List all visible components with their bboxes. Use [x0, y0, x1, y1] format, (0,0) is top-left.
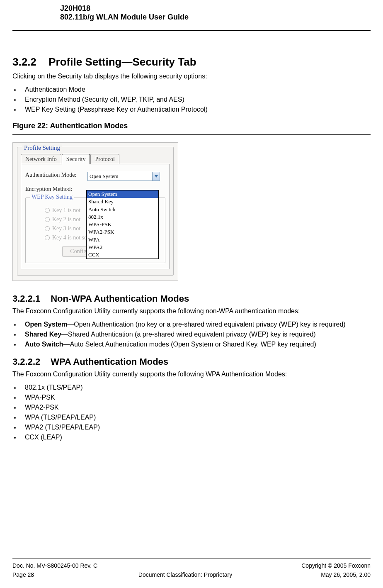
bullet-icon — [14, 99, 16, 101]
section-heading-3221: 3.2.2.1 Non-WPA Authentication Modes — [12, 293, 371, 304]
list-item: Auto Switch—Auto Select Authentication m… — [12, 341, 371, 348]
bullet-icon — [14, 417, 16, 419]
screenshot-profile-setting: Profile Setting Network Info Security Pr… — [12, 142, 178, 281]
list-item: Shared Key—Shared Authentication (a pre-… — [12, 331, 371, 338]
listbox-item-wpa[interactable]: WPA — [87, 236, 158, 244]
bullet-icon — [14, 89, 16, 91]
bullet-icon — [14, 407, 16, 409]
list-item: Open System—Open Authentication (no key … — [12, 321, 371, 328]
tab-row: Network Info Security Protocol — [21, 154, 170, 164]
list-item: WEP Key Setting (Passphrase Key or Authe… — [12, 106, 371, 113]
listbox-item-wpa2[interactable]: WPA2 — [87, 244, 158, 251]
listbox-auth-mode[interactable]: Open System Shared Key Auto Switch 802.1… — [86, 190, 159, 259]
fieldset-profile-setting: Profile Setting Network Info Security Pr… — [17, 147, 174, 276]
combo-auth-mode[interactable]: Open System — [87, 172, 160, 181]
label-auth-mode: Authentication Mode: — [25, 172, 87, 178]
list-item: Encryption Method (Security off, WEP, TK… — [12, 96, 371, 103]
bullet-list-security-options: Authentication Mode Encryption Method (S… — [12, 86, 371, 113]
section-intro: The Foxconn Configuration Utility curren… — [12, 307, 371, 315]
bullet-icon — [14, 344, 16, 346]
combo-value: Open System — [90, 173, 119, 180]
footer-date: May 26, 2005, 2.00 — [296, 571, 371, 578]
radio-icon — [45, 217, 50, 222]
document-body: 3.2.2 Profile Setting—Security Tab Click… — [12, 31, 371, 559]
bullet-list-wpa: 802.1x (TLS/PEAP) WPA-PSK WPA2-PSK WPA (… — [12, 384, 371, 441]
tab-panel-security: Authentication Mode: Open System Encrypt… — [21, 164, 170, 269]
chevron-down-icon[interactable] — [152, 172, 160, 181]
bullet-icon — [14, 324, 16, 326]
footer-doc-no: Doc. No. MV-S800245-00 Rev. C — [12, 562, 97, 569]
list-item: CCX (LEAP) — [12, 434, 371, 441]
listbox-item-shared-key[interactable]: Shared Key — [87, 198, 158, 205]
bullet-list-nonwpa: Open System—Open Authentication (no key … — [12, 321, 371, 348]
section-intro: The Foxconn Configuration Utility curren… — [12, 371, 371, 378]
bullet-icon — [14, 427, 16, 429]
header-title: 802.11b/g WLAN Module User Guide — [60, 13, 371, 22]
figure-caption: Figure 22: Authentication Modes — [12, 122, 371, 130]
wep-legend: WEP Key Setting — [30, 194, 74, 200]
section-title: Non-WPA Authentication Modes — [51, 293, 189, 304]
bullet-icon — [14, 397, 16, 399]
radio-icon — [45, 235, 50, 240]
list-item: WPA2 (TLS/PEAP/LEAP) — [12, 424, 371, 431]
radio-icon — [45, 208, 50, 213]
list-item: 802.1x (TLS/PEAP) — [12, 384, 371, 391]
document-footer: Doc. No. MV-S800245-00 Rev. C Copyright … — [12, 559, 371, 588]
footer-page: Page 28 — [12, 571, 75, 578]
footer-classification: Document Classification: Proprietary — [75, 571, 296, 578]
list-item: WPA-PSK — [12, 394, 371, 401]
bullet-icon — [14, 109, 16, 111]
tab-security[interactable]: Security — [62, 154, 90, 164]
listbox-item-open-system[interactable]: Open System — [87, 190, 158, 198]
section-number: 3.2.2.1 — [12, 293, 48, 304]
section-heading-3222: 3.2.2.2 WPA Authentication Modes — [12, 356, 371, 367]
section-title: Profile Setting—Security Tab — [48, 56, 196, 68]
listbox-item-wpa-psk[interactable]: WPA-PSK — [87, 221, 158, 228]
section-heading-322: 3.2.2 Profile Setting—Security Tab — [12, 56, 371, 68]
listbox-item-wpa2-psk[interactable]: WPA2-PSK — [87, 228, 158, 236]
section-intro: Clicking on the Security tab displays th… — [12, 73, 371, 80]
form-row-auth-mode: Authentication Mode: Open System — [25, 172, 165, 181]
bullet-icon — [14, 387, 16, 389]
section-title: WPA Authentication Modes — [51, 356, 168, 367]
section-number: 3.2.2 — [12, 56, 46, 68]
footer-copyright: Copyright © 2005 Foxconn — [301, 562, 371, 569]
header-model: J20H018 — [60, 4, 371, 13]
listbox-item-8021x[interactable]: 802.1x — [87, 213, 158, 221]
tab-network-info[interactable]: Network Info — [21, 154, 61, 164]
bullet-icon — [14, 334, 16, 336]
figure-rule — [12, 134, 371, 135]
bullet-icon — [14, 437, 16, 439]
radio-icon — [45, 226, 50, 231]
document-header: J20H018 802.11b/g WLAN Module User Guide — [12, 0, 371, 31]
listbox-item-ccx[interactable]: CCX — [87, 251, 158, 259]
list-item: WPA2-PSK — [12, 404, 371, 411]
tab-protocol[interactable]: Protocol — [90, 154, 119, 164]
section-number: 3.2.2.2 — [12, 356, 48, 367]
label-encryption: Encryption Method: — [25, 186, 87, 193]
listbox-item-auto-switch[interactable]: Auto Switch — [87, 206, 158, 213]
fieldset-legend: Profile Setting — [22, 144, 62, 151]
list-item: Authentication Mode — [12, 86, 371, 93]
list-item: WPA (TLS/PEAP/LEAP) — [12, 414, 371, 421]
